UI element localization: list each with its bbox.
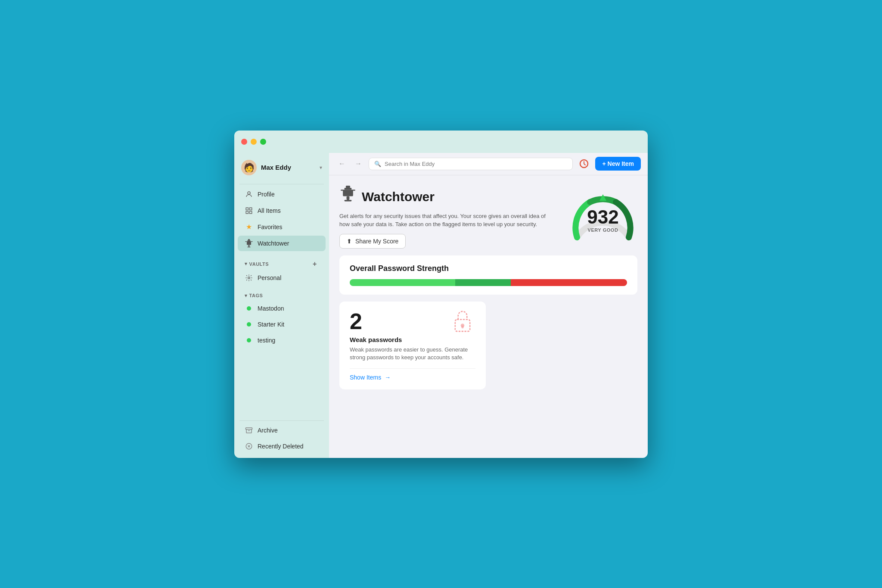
svg-rect-11 — [251, 241, 253, 242]
sidebar-item-label-starter-kit: Starter Kit — [258, 321, 284, 328]
sidebar-item-label-favorites: Favorites — [258, 224, 283, 230]
tags-section-header: ▾ TAGS — [238, 289, 326, 300]
archive-icon — [245, 426, 253, 435]
strength-segment-ok — [455, 279, 511, 286]
watchtower-title-row: Watchtower — [339, 186, 568, 208]
traffic-lights — [241, 139, 266, 145]
sidebar-item-label-archive: Archive — [258, 427, 278, 434]
sidebar-item-all-items[interactable]: All Items — [238, 203, 326, 218]
sidebar-item-mastodon[interactable]: Mastodon — [238, 301, 326, 316]
show-items-button[interactable]: Show Items → — [350, 368, 475, 381]
app-body: 🧑 Max Eddy ▾ Profile — [234, 153, 648, 458]
svg-point-0 — [248, 192, 250, 194]
score-label: VERY GOOD — [588, 227, 618, 233]
sidebar-item-starter-kit[interactable]: Starter Kit — [238, 317, 326, 332]
watchtower-title: Watchtower — [362, 190, 435, 204]
weak-passwords-title: Weak passwords — [350, 336, 475, 343]
svg-rect-16 — [346, 186, 350, 188]
sidebar: 🧑 Max Eddy ▾ Profile — [234, 153, 329, 458]
weak-passwords-card: 2 Weak passwords Weak passwords are easi… — [339, 302, 486, 389]
trash-icon — [245, 442, 253, 451]
svg-rect-7 — [247, 241, 251, 245]
show-items-label: Show Items — [350, 374, 381, 381]
sidebar-item-label-testing: testing — [258, 337, 275, 344]
weak-lock-icon — [450, 308, 475, 334]
gear-icon — [245, 274, 253, 282]
chevron-tags-icon: ▾ — [245, 293, 248, 299]
svg-rect-19 — [347, 196, 350, 199]
svg-rect-26 — [461, 325, 463, 328]
arrow-right-icon: → — [385, 374, 391, 381]
svg-rect-13 — [246, 428, 252, 429]
vaults-label: VAULTS — [249, 261, 269, 267]
app-window: 🧑 Max Eddy ▾ Profile — [234, 131, 648, 458]
watchtower-header: Watchtower Get alerts for any security i… — [339, 186, 637, 249]
sidebar-item-label-personal: Personal — [258, 274, 281, 281]
search-input[interactable] — [385, 161, 567, 167]
svg-rect-6 — [247, 240, 250, 241]
sidebar-item-profile[interactable]: Profile — [238, 187, 326, 202]
svg-rect-20 — [345, 200, 352, 201]
watchtower-title-section: Watchtower Get alerts for any security i… — [339, 186, 568, 249]
chevron-down-icon: ▾ — [320, 165, 322, 171]
svg-rect-18 — [343, 190, 353, 196]
forward-button[interactable]: → — [352, 158, 364, 170]
tag-dot-starter-kit — [245, 320, 253, 329]
sidebar-item-testing[interactable]: testing — [238, 333, 326, 348]
sidebar-item-archive[interactable]: Archive — [238, 423, 326, 438]
vaults-section-header: ▾ VAULTS + — [238, 257, 326, 270]
divider-2 — [239, 420, 324, 421]
svg-rect-5 — [248, 239, 250, 240]
svg-point-12 — [248, 277, 250, 279]
minimize-button[interactable] — [251, 139, 257, 145]
maximize-button[interactable] — [260, 139, 266, 145]
main-content: ← → 🔍 + New Item — [329, 153, 648, 458]
titlebar — [234, 131, 648, 153]
share-my-score-button[interactable]: ⬆ Share My Score — [339, 234, 406, 249]
strength-segment-weak — [511, 279, 627, 286]
sidebar-item-recently-deleted[interactable]: Recently Deleted — [238, 439, 326, 454]
add-vault-button[interactable]: + — [311, 260, 319, 268]
watchtower-description: Get alerts for any security issues that … — [339, 212, 546, 229]
chevron-vaults-icon: ▾ — [245, 261, 248, 267]
sidebar-item-personal[interactable]: Personal — [238, 270, 326, 286]
password-strength-card: Overall Password Strength — [339, 255, 637, 295]
content-area: Watchtower Get alerts for any security i… — [329, 175, 648, 458]
sidebar-item-label-profile: Profile — [258, 191, 275, 198]
avatar: 🧑 — [241, 160, 257, 175]
refresh-button[interactable] — [577, 157, 591, 171]
sidebar-item-label-watchtower: Watchtower — [258, 240, 289, 247]
sidebar-item-watchtower[interactable]: Watchtower — [238, 236, 326, 251]
svg-rect-4 — [250, 211, 252, 213]
tags-label-group: ▾ TAGS — [245, 293, 263, 299]
svg-rect-17 — [345, 188, 352, 190]
sidebar-item-label-recently-deleted: Recently Deleted — [258, 443, 304, 450]
divider-1 — [239, 184, 324, 184]
password-strength-title: Overall Password Strength — [350, 264, 627, 273]
svg-rect-1 — [246, 208, 248, 210]
share-label: Share My Score — [355, 238, 398, 245]
vaults-label-group: ▾ VAULTS — [245, 261, 269, 267]
topbar: ← → 🔍 + New Item — [329, 153, 648, 175]
back-button[interactable]: ← — [336, 158, 348, 170]
svg-rect-8 — [248, 245, 250, 246]
svg-rect-9 — [247, 246, 250, 247]
share-icon: ⬆ — [347, 238, 352, 245]
grid-icon — [245, 206, 253, 215]
star-icon: ★ — [245, 223, 253, 231]
new-item-button[interactable]: + New Item — [595, 157, 641, 171]
search-bar[interactable]: 🔍 — [369, 158, 573, 170]
sidebar-item-favorites[interactable]: ★ Favorites — [238, 219, 326, 235]
svg-rect-3 — [246, 211, 248, 213]
tags-label: TAGS — [249, 293, 263, 298]
user-row[interactable]: 🧑 Max Eddy ▾ — [234, 156, 329, 182]
search-icon: 🔍 — [374, 161, 381, 167]
user-name: Max Eddy — [261, 164, 315, 171]
watchtower-icon — [245, 239, 253, 248]
close-button[interactable] — [241, 139, 247, 145]
person-icon — [245, 190, 253, 199]
tag-dot-testing — [245, 336, 253, 345]
tag-dot-mastodon — [245, 304, 253, 313]
svg-rect-10 — [245, 241, 247, 242]
weak-passwords-description: Weak passwords are easier to guess. Gene… — [350, 346, 475, 361]
